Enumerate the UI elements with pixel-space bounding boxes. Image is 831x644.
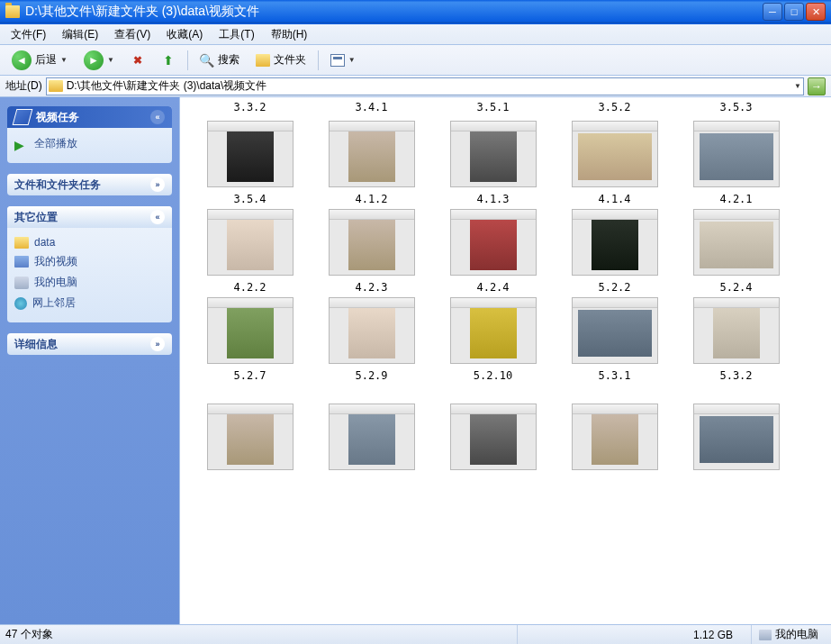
status-size: 1.12 GB xyxy=(518,625,752,644)
search-button[interactable]: 🔍 搜索 xyxy=(194,49,246,71)
maximize-button[interactable]: □ xyxy=(784,3,804,21)
thumbnail-image xyxy=(450,404,537,470)
status-location-label: 我的电脑 xyxy=(775,627,818,642)
sidebar-item-label: 我的视频 xyxy=(34,254,77,269)
menu-view[interactable]: 查看(V) xyxy=(107,25,158,44)
file-thumbnail[interactable] xyxy=(675,404,797,470)
file-thumbnail[interactable]: 5.3.2 xyxy=(675,297,797,382)
views-button[interactable]: ▼ xyxy=(324,50,362,70)
go-button[interactable]: → xyxy=(808,77,826,95)
up-button[interactable]: ⬆ xyxy=(155,50,182,71)
file-thumbnail[interactable] xyxy=(554,404,675,470)
panel-title: 文件和文件夹任务 xyxy=(14,177,101,193)
file-thumbnail[interactable]: 5.2.10 xyxy=(432,297,554,382)
file-name: 5.2.2 xyxy=(598,281,630,294)
file-label[interactable]: 3.5.3 xyxy=(675,101,797,113)
sidebar: 视频任务 « ▶ 全部播放 文件和文件夹任务 » 其它位置 « data我的 xyxy=(0,97,180,624)
panel-header-other-places[interactable]: 其它位置 « xyxy=(7,206,172,228)
panel-header-details[interactable]: 详细信息 » xyxy=(7,333,172,355)
address-label: 地址(D) xyxy=(5,78,42,94)
file-thumbnail[interactable]: 4.1.2 xyxy=(311,121,432,205)
folders-icon xyxy=(256,54,270,67)
sidebar-item-play-all[interactable]: ▶ 全部播放 xyxy=(14,133,165,154)
file-thumbnail[interactable]: 4.2.3 xyxy=(311,209,432,294)
file-name: 5.2.7 xyxy=(233,369,266,382)
file-thumbnail[interactable]: 5.2.7 xyxy=(189,297,311,382)
main-area: 视频任务 « ▶ 全部播放 文件和文件夹任务 » 其它位置 « data我的 xyxy=(0,97,831,624)
panel-title: 其它位置 xyxy=(14,210,58,225)
sidebar-item-place[interactable]: 我的电脑 xyxy=(14,272,165,293)
thumbnail-image xyxy=(693,121,780,187)
file-thumbnail[interactable]: 4.1.4 xyxy=(554,121,675,205)
menu-help[interactable]: 帮助(H) xyxy=(264,25,315,44)
file-thumbnail[interactable]: 4.2.1 xyxy=(675,121,797,205)
panel-title: 视频任务 xyxy=(36,110,79,125)
address-text: D:\其他文件\新建文件夹 (3)\data\视频文件 xyxy=(67,78,267,94)
chevron-down-icon: » xyxy=(150,337,165,351)
file-thumbnail[interactable]: 4.1.3 xyxy=(432,121,554,205)
file-thumbnail[interactable]: 5.2.2 xyxy=(554,209,675,294)
menu-edit[interactable]: 编辑(E) xyxy=(55,25,105,44)
file-name: 5.3.1 xyxy=(598,369,630,382)
file-thumbnail[interactable]: 3.5.4 xyxy=(189,121,311,205)
chevron-down-icon[interactable]: ▼ xyxy=(794,82,801,90)
sidebar-item-place[interactable]: 我的视频 xyxy=(14,251,165,272)
thumbnail-image xyxy=(693,404,780,470)
thumbnail-image xyxy=(207,297,294,364)
status-location: 我的电脑 xyxy=(752,625,826,644)
file-name: 4.1.2 xyxy=(355,193,387,205)
thumbnail-image xyxy=(207,121,294,187)
menu-tools[interactable]: 工具(T) xyxy=(212,25,261,44)
statusbar: 47 个对象 1.12 GB 我的电脑 xyxy=(0,624,831,644)
thumbnail-image xyxy=(329,209,415,276)
menu-fav[interactable]: 收藏(A) xyxy=(159,25,210,44)
panel-file-tasks: 文件和文件夹任务 » xyxy=(7,174,172,195)
file-name: 5.2.4 xyxy=(719,281,752,294)
folder-icon xyxy=(5,5,20,18)
forward-button[interactable]: ► ▼ xyxy=(77,47,121,74)
thumbnail-image xyxy=(329,121,415,187)
stop-button[interactable]: ✖ xyxy=(124,50,151,71)
folders-button[interactable]: 文件夹 xyxy=(249,49,312,71)
file-thumbnail[interactable]: 4.2.2 xyxy=(189,209,311,294)
content-area[interactable]: 3.3.23.4.13.5.13.5.23.5.3 3.5.44.1.24.1.… xyxy=(180,97,831,624)
back-button[interactable]: ◄ 后退 ▼ xyxy=(5,47,74,74)
sidebar-item-place[interactable]: data xyxy=(14,233,165,251)
file-thumbnail[interactable] xyxy=(311,404,432,470)
file-name: 4.2.3 xyxy=(355,281,387,294)
panel-title: 详细信息 xyxy=(14,337,58,352)
file-name: 5.2.9 xyxy=(355,369,387,382)
titlebar: D:\其他文件\新建文件夹 (3)\data\视频文件 ─ □ ✕ xyxy=(0,0,831,23)
up-folder-icon: ⬆ xyxy=(161,53,176,68)
file-label[interactable]: 3.4.1 xyxy=(311,101,432,113)
menu-file[interactable]: 文件(F) xyxy=(4,25,53,44)
file-thumbnail[interactable]: 5.3.1 xyxy=(554,297,675,382)
file-name: 4.2.4 xyxy=(476,281,509,294)
file-thumbnail[interactable]: 5.2.9 xyxy=(311,297,432,382)
sidebar-item-place[interactable]: 网上邻居 xyxy=(14,293,165,313)
file-thumbnail[interactable]: 5.2.4 xyxy=(675,209,797,294)
thumbnail-image xyxy=(207,209,294,276)
file-name: 4.2.1 xyxy=(719,193,752,205)
address-field[interactable]: D:\其他文件\新建文件夹 (3)\data\视频文件 ▼ xyxy=(46,77,804,95)
separator xyxy=(318,50,319,70)
close-button[interactable]: ✕ xyxy=(806,3,826,21)
thumbnail-image xyxy=(207,404,294,470)
thumbnail-image xyxy=(450,121,537,187)
file-label[interactable]: 3.3.2 xyxy=(189,101,311,113)
panel-header-file-tasks[interactable]: 文件和文件夹任务 » xyxy=(7,174,172,195)
file-label[interactable]: 3.5.1 xyxy=(432,101,554,113)
back-arrow-icon: ◄ xyxy=(12,50,32,70)
folder-icon xyxy=(49,80,63,92)
file-thumbnail[interactable] xyxy=(432,404,554,470)
file-label[interactable]: 3.5.2 xyxy=(554,101,675,113)
panel-header-video-tasks[interactable]: 视频任务 « xyxy=(7,106,172,128)
file-thumbnail[interactable] xyxy=(189,404,311,470)
file-thumbnail[interactable]: 4.2.4 xyxy=(432,209,554,294)
computer-icon xyxy=(759,630,772,640)
thumbnail-image xyxy=(693,209,780,276)
thumbnail-image xyxy=(572,209,658,276)
file-name: 5.3.2 xyxy=(719,369,752,382)
file-name: 5.2.10 xyxy=(474,369,512,382)
minimize-button[interactable]: ─ xyxy=(763,3,782,21)
